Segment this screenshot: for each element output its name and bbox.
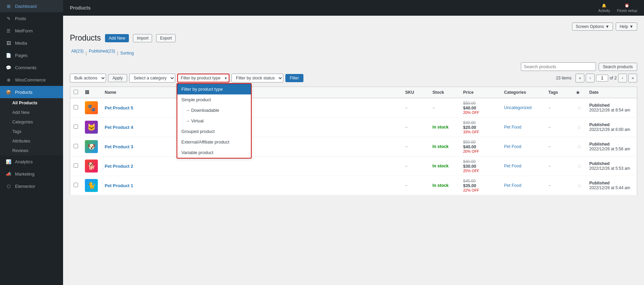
add-new-button[interactable]: Add New (105, 34, 129, 42)
dropdown-item-external[interactable]: External/Affiliate product (177, 137, 251, 147)
prev-page-button[interactable]: ‹ (586, 74, 595, 82)
apply-button[interactable]: Apply (108, 74, 127, 82)
import-button[interactable]: Import (133, 34, 152, 42)
row-checkbox-4[interactable] (74, 124, 78, 129)
sidebar-item-products[interactable]: 📦 Products (0, 86, 63, 98)
subnav-all[interactable]: All (23) (70, 48, 85, 54)
sidebar-item-comments[interactable]: 💬 Comments (0, 61, 63, 74)
category-link[interactable]: Pet Food (504, 125, 522, 130)
tags-value: – (549, 183, 551, 188)
screen-options-chevron-icon: ▼ (605, 24, 610, 29)
row-date-cell: Published 2022/12/26 at 8:54 am (586, 98, 637, 118)
activity-label: Activity (598, 9, 610, 13)
sidebar-item-categories[interactable]: Categories (0, 117, 63, 127)
dropdown-item-variable[interactable]: Variable product (177, 147, 251, 158)
activity-button[interactable]: 🔔 Activity (598, 3, 610, 13)
search-input[interactable] (521, 62, 596, 71)
price-original: $50.00 (463, 101, 497, 106)
sidebar-item-all-products[interactable]: All Products (0, 98, 63, 108)
featured-star-icon[interactable]: ☆ (577, 124, 582, 130)
stock-status-select[interactable]: Filter by stock status (231, 74, 283, 82)
category-link[interactable]: Pet Food (504, 164, 522, 168)
dropdown-item-grouped[interactable]: Grouped product (177, 126, 251, 137)
reviews-label: Reviews (12, 148, 28, 153)
sidebar-item-posts[interactable]: ✎ Posts (0, 12, 63, 25)
row-checkbox-2[interactable] (74, 163, 78, 168)
featured-star-icon[interactable]: ☆ (577, 183, 582, 189)
products-table: 🖼 Name SKU Stock Price (70, 87, 637, 195)
first-page-button[interactable]: « (575, 74, 584, 82)
add-new-label: Add New (12, 110, 30, 115)
dropdown-item-downloadable[interactable]: → Downloadable (177, 105, 251, 116)
featured-star-icon[interactable]: ☆ (577, 105, 582, 111)
subnav-published[interactable]: Published (23) (87, 48, 116, 54)
next-page-button[interactable]: › (618, 74, 627, 82)
tags-value: – (549, 144, 551, 149)
current-page-input[interactable] (596, 75, 608, 81)
price-sale: $40.00 (463, 106, 497, 110)
row-checkbox-3[interactable] (74, 144, 78, 148)
product-type-dropdown-menu: Filter by product type Simple product → … (177, 83, 252, 159)
col-categories-header: Categories (501, 87, 545, 98)
pagination: 23 items « ‹ of 2 › » (556, 74, 637, 82)
product-name-link[interactable]: Pet Product 5 (105, 105, 133, 110)
row-checkbox-5[interactable] (74, 105, 78, 109)
table-row: 🐶 Pet Product 3 – In stock $50.00 $40.00… (70, 137, 637, 156)
sidebar-item-analytics[interactable]: 📊 Analytics (0, 155, 63, 168)
select-all-checkbox[interactable] (74, 90, 78, 94)
col-date-header: Date (586, 87, 637, 98)
product-thumbnail: 🐕 (85, 160, 98, 172)
row-thumb-cell: 🐶 (81, 137, 101, 156)
filter-button[interactable]: Filter (285, 74, 303, 82)
category-link[interactable]: Pet Food (504, 183, 522, 188)
products-icon: 📦 (5, 89, 12, 95)
price-original: $50.00 (463, 140, 497, 145)
row-price-cell: $50.00 $40.00 20% OFF (460, 98, 501, 118)
sku-value: – (405, 164, 408, 168)
topbar-title: Products (70, 5, 91, 11)
dropdown-item-filter-by-type[interactable]: Filter by product type (177, 84, 251, 94)
featured-star-icon[interactable]: ☆ (577, 144, 582, 150)
sidebar-item-pages[interactable]: 📄 Pages (0, 49, 63, 61)
col-stock-header: Stock (429, 87, 460, 98)
sidebar-item-marketing[interactable]: 📣 Marketing (0, 168, 63, 180)
product-thumbnail: 🐈 (85, 179, 98, 192)
row-star-cell: ☆ (572, 98, 586, 118)
sidebar-item-add-new[interactable]: Add New (0, 108, 63, 117)
sidebar-item-attributes[interactable]: Attributes (0, 136, 63, 146)
category-select[interactable]: Select a category (129, 74, 175, 82)
sidebar-item-dashboard[interactable]: ⊞ Dashboard (0, 0, 63, 12)
sidebar-item-woocommerce[interactable]: ⊕ WooCommerce (0, 74, 63, 86)
sidebar-item-metform[interactable]: ☰ MetForm (0, 25, 63, 37)
col-checkbox-header (70, 87, 82, 98)
dropdown-item-virtual[interactable]: → Virtual (177, 116, 251, 126)
posts-icon: ✎ (5, 15, 12, 21)
sidebar-item-elementor[interactable]: ⬡ Elementor (0, 180, 63, 192)
finish-setup-button[interactable]: ⏰ Finish setup (617, 3, 637, 13)
help-button[interactable]: Help ▼ (616, 22, 637, 31)
export-button[interactable]: Export (156, 34, 176, 42)
bulk-actions-select[interactable]: Bulk actions (70, 74, 106, 82)
last-page-button[interactable]: » (628, 74, 637, 82)
featured-star-icon[interactable]: ☆ (577, 163, 582, 169)
stock-value: In stock (433, 164, 449, 168)
row-thumb-cell: 🐈 (81, 176, 101, 195)
product-name-link[interactable]: Pet Product 2 (105, 164, 133, 169)
category-link[interactable]: Uncategorized (504, 105, 532, 110)
dropdown-item-simple[interactable]: Simple product (177, 94, 251, 105)
sidebar-item-label: Marketing (15, 171, 34, 177)
product-name-link[interactable]: Pet Product 4 (105, 125, 133, 130)
stock-value: – (433, 105, 435, 110)
subnav-sep-1: | (85, 51, 87, 56)
row-checkbox-1[interactable] (74, 183, 78, 187)
product-name-link[interactable]: Pet Product 1 (105, 183, 133, 188)
product-name-link[interactable]: Pet Product 3 (105, 144, 133, 149)
screen-options-button[interactable]: Screen Options ▼ (572, 22, 613, 31)
subnav-sorting[interactable]: Sorting (119, 50, 135, 56)
search-button[interactable]: Search products (599, 63, 637, 71)
sidebar-item-reviews[interactable]: Reviews (0, 146, 63, 155)
category-link[interactable]: Pet Food (504, 144, 522, 149)
sidebar-item-tags[interactable]: Tags (0, 127, 63, 136)
sidebar-item-media[interactable]: 🖼 Media (0, 37, 63, 49)
product-type-select[interactable]: Filter by product type (177, 74, 229, 82)
